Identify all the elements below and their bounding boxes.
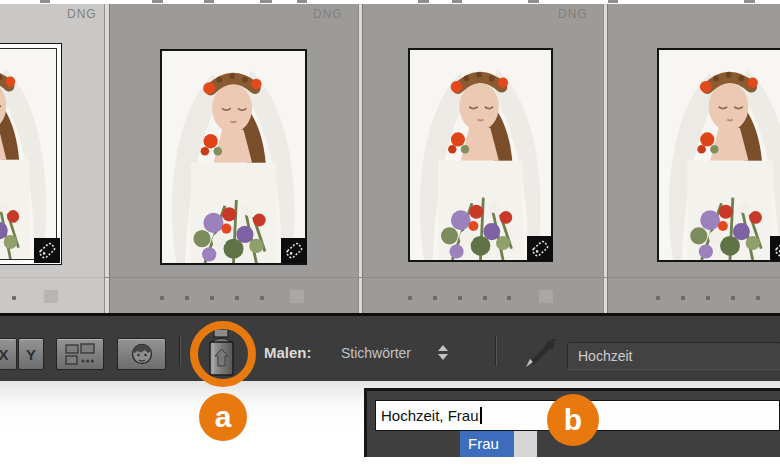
prev-row-fragment bbox=[204, 0, 214, 3]
prev-row-fragment bbox=[608, 0, 618, 3]
prev-row-fragment bbox=[152, 0, 163, 3]
toolbar-divider bbox=[179, 336, 181, 366]
cell-footer-divider bbox=[0, 277, 104, 278]
prev-row-fragment bbox=[744, 0, 755, 3]
rating-dot[interactable] bbox=[681, 296, 685, 300]
callout-b: b bbox=[547, 394, 599, 446]
keyword-tag-badge-icon[interactable] bbox=[527, 236, 553, 261]
autocomplete-suggestion[interactable]: Frau bbox=[460, 431, 514, 457]
photo-thumbnail-3[interactable] bbox=[408, 48, 553, 262]
rating-dot[interactable] bbox=[433, 296, 437, 300]
compare-y-button[interactable]: Y bbox=[18, 338, 44, 370]
file-format-label: DNG bbox=[558, 7, 588, 21]
text-cursor bbox=[480, 407, 482, 424]
cell-footer-divider bbox=[104, 277, 780, 278]
eyedropper-icon[interactable] bbox=[522, 338, 558, 368]
rating-dot[interactable] bbox=[458, 296, 462, 300]
lightroom-grid-screenshot: DNG DNG DNG bbox=[0, 0, 780, 470]
paint-mode-arrows-icon[interactable] bbox=[438, 343, 448, 363]
survey-view-icon bbox=[64, 343, 96, 365]
rating-dot[interactable] bbox=[483, 296, 487, 300]
compare-x-icon: X bbox=[0, 346, 9, 363]
rating-dot[interactable] bbox=[210, 296, 214, 300]
rating-dot[interactable] bbox=[185, 296, 189, 300]
keyword-tag-badge-icon[interactable] bbox=[281, 238, 307, 263]
keyword-tag-badge-icon[interactable] bbox=[770, 236, 780, 261]
toolbar-divider bbox=[495, 336, 497, 366]
photo-thumbnail-2[interactable] bbox=[160, 49, 307, 265]
callout-ring-a bbox=[190, 321, 256, 387]
rating-dot[interactable] bbox=[731, 296, 735, 300]
file-format-label: DNG bbox=[313, 7, 343, 21]
paint-label: Malen: bbox=[264, 338, 312, 368]
rating-dot[interactable] bbox=[408, 296, 412, 300]
prev-row-fragment bbox=[40, 0, 50, 3]
rotate-placeholder bbox=[539, 290, 553, 303]
photo-thumbnail-4[interactable] bbox=[657, 48, 780, 262]
photo-thumbnail-1[interactable] bbox=[0, 43, 62, 265]
rating-dot[interactable] bbox=[260, 296, 264, 300]
keyword-popup-text: Hochzeit, Frau bbox=[381, 407, 479, 424]
keyword-input[interactable]: Hochzeit bbox=[567, 342, 780, 370]
callout-a: a bbox=[199, 393, 247, 441]
autocomplete-dropdown-empty bbox=[514, 431, 537, 457]
callout-a-letter: a bbox=[215, 400, 232, 434]
autocomplete-dropdown: Frau bbox=[460, 431, 537, 457]
prev-row-fragment bbox=[297, 0, 307, 3]
people-view-icon bbox=[127, 342, 157, 366]
rating-dot[interactable] bbox=[507, 296, 511, 300]
people-view-button[interactable] bbox=[117, 338, 166, 370]
library-toolbar: X Y bbox=[0, 313, 780, 381]
prev-row-fragment bbox=[452, 0, 462, 3]
thumbnail-grid: DNG DNG DNG bbox=[0, 0, 780, 313]
compare-y-icon: Y bbox=[26, 346, 36, 363]
rating-dot[interactable] bbox=[706, 296, 710, 300]
prev-row-fragment bbox=[418, 0, 429, 3]
callout-b-letter: b bbox=[564, 403, 582, 437]
survey-view-button[interactable] bbox=[56, 338, 104, 370]
rating-dot[interactable] bbox=[12, 296, 16, 300]
paint-mode-select[interactable]: Stichwörter bbox=[341, 338, 411, 368]
rating-dot[interactable] bbox=[160, 296, 164, 300]
file-format-label: DNG bbox=[67, 7, 97, 21]
rating-dot[interactable] bbox=[656, 296, 660, 300]
prev-row-fragment bbox=[260, 0, 272, 3]
rating-dot[interactable] bbox=[756, 296, 760, 300]
rotate-placeholder bbox=[44, 290, 58, 303]
rating-dot[interactable] bbox=[235, 296, 239, 300]
rotate-placeholder bbox=[290, 290, 304, 303]
compare-x-button[interactable]: X bbox=[0, 338, 17, 370]
prev-row-fragment bbox=[528, 0, 539, 3]
keyword-tag-badge-icon[interactable] bbox=[34, 238, 60, 263]
